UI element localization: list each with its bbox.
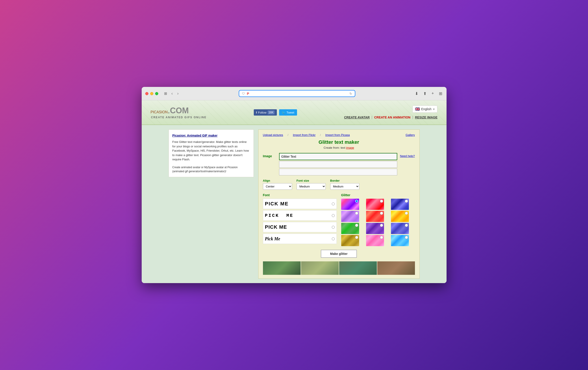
glitter-radio-11[interactable] <box>380 236 383 239</box>
glitter-item-5[interactable] <box>366 211 384 222</box>
glitter-radio-12[interactable] <box>405 236 408 239</box>
info-box-title[interactable]: Picasion: Animated GIF maker <box>172 133 250 138</box>
glitter-item-1[interactable] <box>341 199 359 210</box>
glitter-item-8[interactable] <box>366 223 384 234</box>
upload-pictures-link[interactable]: Upload pictures <box>263 133 283 137</box>
sidebar-toggle-button[interactable]: ⊞ <box>163 91 168 96</box>
glitter-item-11[interactable] <box>366 235 384 246</box>
header-center: f Follow 16K 🐦 Tweet <box>254 109 297 116</box>
border-select[interactable]: None Small Medium Large <box>330 183 359 190</box>
glitter-radio-10[interactable] <box>355 236 358 239</box>
social-buttons: f Follow 16K 🐦 Tweet <box>254 109 297 116</box>
glitter-radio-8[interactable] <box>380 224 383 227</box>
facebook-follow-button[interactable]: f Follow 16K <box>254 109 277 116</box>
create-avatar-link[interactable]: CREATE AVATAR <box>344 116 370 119</box>
shield-icon: 🛡 <box>242 92 245 95</box>
gallery-link[interactable]: Gallery <box>406 133 415 137</box>
thumbnails-row <box>263 261 415 275</box>
refresh-icon[interactable]: ↻ <box>349 92 352 95</box>
url-input[interactable]: picasion.com/glitter-maker/ <box>251 92 348 95</box>
glitter-section: Glitter <box>341 193 415 246</box>
share-icon[interactable]: ⬆ <box>422 90 427 97</box>
font-item-3[interactable]: PICK ME <box>263 222 337 232</box>
nav-controls: ⊞ ‹ › <box>163 91 180 96</box>
nav-separator-2: | <box>412 115 413 119</box>
glitter-radio-5[interactable] <box>380 212 383 215</box>
font-radio-3[interactable] <box>332 226 335 229</box>
chevron-down-icon: ▼ <box>433 108 435 110</box>
font-radio-2[interactable] <box>332 214 335 217</box>
new-tab-icon[interactable]: + <box>431 90 435 97</box>
glitter-radio-4[interactable] <box>355 212 358 215</box>
glitter-text-input-2[interactable] <box>279 161 398 168</box>
twitter-tweet-button[interactable]: 🐦 Tweet <box>279 109 297 116</box>
glitter-radio-3[interactable] <box>405 200 408 203</box>
forward-button[interactable]: › <box>176 91 180 96</box>
align-label: Align <box>263 179 292 182</box>
glitter-item-7[interactable] <box>341 223 359 234</box>
nav-links: CREATE AVATAR | CREATE AN ANIMATION | RE… <box>344 115 438 119</box>
import-flickr-link[interactable]: Import from Flickr <box>293 133 315 137</box>
logo-area: PICASION.COM CREATE ANIMATED GIFS ONLINE <box>151 106 207 119</box>
tool-nav-sep-1: / <box>288 133 289 137</box>
glitter-radio-6[interactable] <box>405 212 408 215</box>
language-selector[interactable]: 🇬🇧 English ▼ <box>412 106 438 113</box>
close-button[interactable] <box>145 92 148 95</box>
twitter-tweet-label: Tweet <box>286 111 294 114</box>
glitter-radio-1[interactable] <box>355 200 358 203</box>
maximize-button[interactable] <box>155 92 158 95</box>
subtitle-text-option[interactable]: text <box>340 146 345 149</box>
make-btn-row: Make glitter <box>263 250 415 258</box>
glitter-text-input-main[interactable] <box>279 153 398 160</box>
glitter-item-4[interactable] <box>341 211 359 222</box>
thumbnail-4 <box>377 261 415 275</box>
font-preview-3: PICK ME <box>265 223 330 231</box>
image-label: Image <box>263 153 276 158</box>
facebook-icon: f <box>256 111 257 114</box>
tool-nav: Upload pictures / Import from Flickr / I… <box>263 133 415 137</box>
fontsize-select[interactable]: Small Medium Large <box>297 183 326 190</box>
glitter-item-9[interactable] <box>391 223 409 234</box>
glitter-grid <box>341 199 415 246</box>
glitter-radio-2[interactable] <box>380 200 383 203</box>
align-select[interactable]: Center Left Right <box>263 183 292 190</box>
glitter-item-10[interactable] <box>341 235 359 246</box>
glitter-radio-7[interactable] <box>355 224 358 227</box>
glitter-section-label: Glitter <box>341 193 415 197</box>
need-help-link[interactable]: Need help? <box>400 153 415 158</box>
info-box-body: Free Glitter text maker/generator. Make … <box>172 140 250 162</box>
font-radio-4[interactable] <box>332 237 335 240</box>
download-icon[interactable]: ⬇ <box>414 90 419 97</box>
import-picasa-link[interactable]: Import from Picasa <box>325 133 350 137</box>
address-bar[interactable]: 🛡 P picasion.com/glitter-maker/ ↻ <box>239 90 355 97</box>
subtitle-prefix: Create from: <box>324 146 340 149</box>
nav-separator-1: | <box>371 115 372 119</box>
glitter-item-3[interactable] <box>391 199 409 210</box>
resize-image-link[interactable]: RESIZE IMAGE <box>415 116 437 119</box>
header-right: 🇬🇧 English ▼ CREATE AVATAR | CREATE AN A… <box>344 106 438 119</box>
glitter-item-2[interactable] <box>366 199 384 210</box>
left-panel: Picasion: Animated GIF maker Free Glitte… <box>168 130 254 279</box>
glitter-text-input-3[interactable] <box>279 169 398 175</box>
address-bar-container: 🛡 P picasion.com/glitter-maker/ ↻ <box>183 90 412 97</box>
minimize-button[interactable] <box>150 92 153 95</box>
font-preview-2: PICK ME <box>265 211 330 220</box>
text-inputs <box>279 153 398 175</box>
subtitle-image-option[interactable]: image <box>346 146 354 149</box>
create-animation-link[interactable]: CREATE AN ANIMATION <box>374 116 410 119</box>
font-radio-1[interactable] <box>332 202 335 205</box>
make-glitter-button[interactable]: Make glitter <box>321 250 357 258</box>
grid-icon[interactable]: ⊞ <box>438 90 443 97</box>
glitter-item-6[interactable] <box>391 211 409 222</box>
site-header: PICASION.COM CREATE ANIMATED GIFS ONLINE… <box>142 100 447 125</box>
glitter-radio-9[interactable] <box>405 224 408 227</box>
tool-panel: Upload pictures / Import from Flickr / I… <box>258 130 420 279</box>
font-item-4[interactable]: Pick Me <box>263 234 337 244</box>
logo-tagline: CREATE ANIMATED GIFS ONLINE <box>151 116 207 119</box>
options-row: Align Center Left Right Font size Small … <box>263 179 415 190</box>
back-button[interactable]: ‹ <box>170 91 174 96</box>
fontsize-group: Font size Small Medium Large <box>297 179 326 190</box>
font-item-1[interactable]: PICK ME <box>263 199 337 209</box>
font-item-2[interactable]: PICK ME <box>263 210 337 221</box>
glitter-item-12[interactable] <box>391 235 409 246</box>
